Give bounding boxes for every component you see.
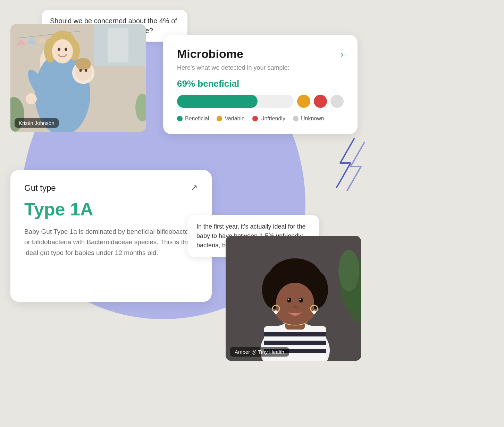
svg-point-45 — [287, 298, 291, 302]
svg-point-46 — [299, 298, 303, 302]
legend-unfriendly: Unfriendly — [252, 116, 285, 122]
amber-person-svg — [226, 236, 361, 361]
dot-unfriendly — [314, 95, 327, 108]
svg-point-23 — [85, 69, 87, 72]
legend-beneficial-label: Beneficial — [185, 116, 209, 122]
svg-point-44 — [276, 283, 314, 324]
svg-point-17 — [58, 48, 60, 51]
microbiome-title: Microbiome — [177, 47, 243, 61]
legend-dot-unknown — [293, 116, 299, 121]
progress-fill-beneficial — [177, 95, 258, 108]
lightning-decoration — [319, 135, 375, 191]
expand-icon[interactable]: ↗ — [190, 182, 198, 193]
svg-point-18 — [65, 48, 67, 51]
svg-rect-35 — [264, 332, 326, 336]
gut-type-card[interactable]: Gut type ↗ Type 1A Baby Gut Type 1a is d… — [10, 170, 212, 302]
svg-point-48 — [300, 299, 301, 300]
dot-variable — [297, 95, 310, 108]
svg-point-53 — [312, 310, 316, 314]
microbiome-header: Microbiome › — [177, 47, 344, 61]
microbiome-card[interactable]: Microbiome › Here's what we detected in … — [163, 35, 358, 134]
dot-unknown — [330, 95, 344, 108]
svg-point-31 — [338, 250, 359, 291]
svg-point-49 — [293, 306, 297, 308]
legend-unknown: Unknown — [293, 116, 324, 122]
microbiome-legend: Beneficial Variable Unfriendly Unknown — [177, 116, 344, 122]
legend-dot-unfriendly — [252, 116, 258, 121]
svg-point-22 — [79, 69, 82, 72]
gut-type-value: Type 1A — [24, 199, 198, 220]
gut-type-header: Gut type ↗ — [24, 182, 198, 193]
amber-name-label: Amber @ Tiny Health — [230, 347, 289, 357]
microbiome-arrow-icon[interactable]: › — [341, 49, 344, 60]
progress-track — [177, 95, 294, 108]
svg-point-16 — [52, 39, 73, 63]
microbiome-progress-bar — [177, 95, 344, 108]
legend-variable-label: Variable — [225, 116, 245, 122]
microbiome-percent: 69% beneficial — [177, 78, 344, 89]
legend-beneficial: Beneficial — [177, 116, 209, 122]
kristin-name-label: Kristin Johnson — [15, 118, 59, 128]
legend-unknown-label: Unknown — [301, 116, 324, 122]
gut-type-description: Baby Gut Type 1a is dominated by benefic… — [24, 227, 198, 258]
amber-image-placeholder — [226, 236, 361, 361]
svg-point-25 — [26, 93, 37, 104]
kristin-image-placeholder — [10, 24, 146, 132]
legend-dot-variable — [217, 116, 222, 121]
gut-type-title: Gut type — [24, 183, 56, 193]
svg-point-52 — [274, 310, 278, 314]
svg-point-21 — [76, 58, 91, 70]
legend-dot-beneficial — [177, 116, 183, 121]
legend-variable: Variable — [217, 116, 245, 122]
svg-rect-36 — [264, 341, 326, 345]
amber-image-card: Amber @ Tiny Health — [226, 236, 361, 361]
microbiome-subtitle: Here's what we detected in your sample: — [177, 64, 344, 71]
kristin-image-card: Kristin Johnson — [10, 24, 146, 132]
kristin-person-svg — [10, 24, 146, 132]
svg-point-47 — [288, 299, 289, 300]
legend-unfriendly-label: Unfriendly — [260, 116, 285, 122]
